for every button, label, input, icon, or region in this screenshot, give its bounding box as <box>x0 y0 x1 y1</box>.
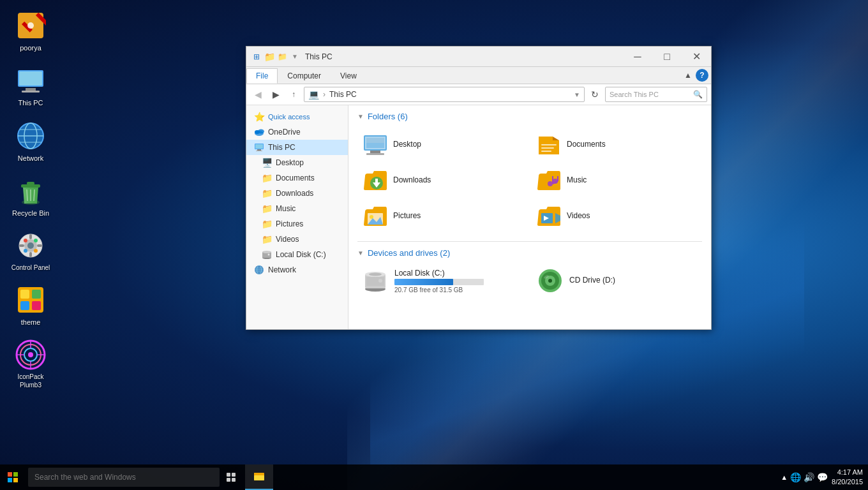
back-button[interactable]: ◀ <box>250 87 266 102</box>
svg-rect-28 <box>20 290 29 299</box>
ribbon-collapse-icon[interactable]: ▲ <box>684 71 692 80</box>
folder-item-desktop[interactable]: Desktop <box>357 128 528 161</box>
folder-icon[interactable]: 📁 <box>264 52 274 62</box>
ribbon-tabs: File Computer View ▲ ? <box>246 67 711 84</box>
sidebar-downloads-label: Downloads <box>276 189 313 198</box>
path-dropdown-icon[interactable]: ▼ <box>574 91 580 98</box>
svg-rect-54 <box>370 151 380 153</box>
folders-title-text: Folders (6) <box>368 112 408 121</box>
refresh-button[interactable]: ↻ <box>587 87 602 102</box>
desktop-icon-poorya[interactable]: poorya <box>6 6 55 56</box>
new-folder-icon[interactable]: 📁 <box>277 52 287 62</box>
sidebar-pictures-icon: 📁 <box>262 219 272 229</box>
sidebar-network-icon <box>254 265 264 275</box>
network-sys-icon[interactable]: 🌐 <box>790 472 801 482</box>
folder-item-documents[interactable]: Documents <box>531 128 702 161</box>
maximize-button[interactable]: □ <box>652 47 682 67</box>
tab-computer[interactable]: Computer <box>278 68 331 84</box>
svg-rect-40 <box>255 144 263 149</box>
folders-grid: Desktop <box>357 128 702 232</box>
window-controls: ─ □ ✕ <box>623 47 711 67</box>
up-button[interactable]: ↑ <box>286 87 301 102</box>
downloads-folder-icon <box>363 167 388 193</box>
tab-file[interactable]: File <box>246 68 278 84</box>
taskbar-app-explorer[interactable] <box>245 464 273 490</box>
sidebar-desktop-label: Desktop <box>276 158 304 167</box>
sidebar-item-desktop[interactable]: 🖥️ Desktop <box>246 155 348 170</box>
svg-rect-7 <box>22 91 40 93</box>
properties-icon[interactable]: ⊞ <box>251 52 262 62</box>
folder-item-videos[interactable]: Videos <box>531 199 702 232</box>
desktop-icon-control-panel[interactable]: Control Panel <box>6 226 55 276</box>
search-box[interactable]: Search This PC 🔍 <box>605 87 707 102</box>
taskbar-apps <box>245 464 273 490</box>
sidebar-item-pictures[interactable]: 📁 Pictures <box>246 216 348 232</box>
desktop-icon-this-pc[interactable]: This PC <box>6 61 55 111</box>
drive-item-cd-d[interactable]: CD Drive (D:) <box>532 264 702 297</box>
sidebar: ⭐ Quick access OneDrive <box>246 105 348 329</box>
taskbar-clock[interactable]: 4:17 AM 8/20/2015 <box>832 468 863 487</box>
notification-icon[interactable]: 💬 <box>817 472 828 482</box>
sidebar-network-label: Network <box>268 265 296 274</box>
chevron-up-icon[interactable]: ▲ <box>781 473 788 481</box>
explorer-body: ⭐ Quick access OneDrive <box>246 105 711 329</box>
minimize-button[interactable]: ─ <box>623 47 652 67</box>
svg-rect-60 <box>541 151 551 152</box>
desktop-folder-icon <box>363 131 388 157</box>
svg-rect-58 <box>541 144 557 145</box>
sidebar-item-music[interactable]: 📁 Music <box>246 201 348 216</box>
sidebar-item-quick-access[interactable]: ⭐ Quick access <box>246 109 348 124</box>
folder-item-pictures[interactable]: Pictures <box>357 199 528 232</box>
svg-rect-90 <box>227 473 230 477</box>
control-panel-label: Control Panel <box>11 264 50 272</box>
path-computer-icon: 💻 <box>308 89 319 100</box>
desktop-icon-network[interactable]: Network <box>6 117 55 167</box>
svg-rect-63 <box>375 179 378 184</box>
desktop-icon-iconpack[interactable]: IconPackPlumb3 <box>6 336 55 393</box>
address-path[interactable]: 💻 › This PC ▼ <box>304 87 585 102</box>
sidebar-item-documents[interactable]: 📁 Documents <box>246 170 348 186</box>
network-icon <box>15 121 46 151</box>
close-button[interactable]: ✕ <box>682 47 711 67</box>
sidebar-item-this-pc[interactable]: This PC <box>246 140 348 155</box>
svg-rect-91 <box>232 473 236 477</box>
sidebar-item-local-disk-c[interactable]: Local Disk (C:) <box>246 247 348 262</box>
this-pc-label: This PC <box>18 98 43 107</box>
sidebar-documents-icon: 📁 <box>262 173 272 183</box>
sys-icons: ▲ 🌐 🔊 💬 <box>781 472 828 482</box>
sidebar-item-downloads[interactable]: 📁 Downloads <box>246 186 348 201</box>
taskbar-search-input[interactable] <box>28 468 220 487</box>
sidebar-videos-icon: 📁 <box>262 234 272 244</box>
dropdown-arrow-icon[interactable]: ▼ <box>290 52 300 62</box>
folder-item-music[interactable]: Music <box>531 163 702 197</box>
sidebar-item-network[interactable]: Network <box>246 262 348 278</box>
sidebar-music-icon: 📁 <box>262 204 272 214</box>
tab-view[interactable]: View <box>331 68 366 84</box>
desktop-icon-theme[interactable]: theme <box>6 281 55 330</box>
desktop-icon-recycle-bin[interactable]: Recycle Bin <box>6 172 55 221</box>
sidebar-downloads-icon: 📁 <box>262 188 272 198</box>
theme-label: theme <box>21 318 41 327</box>
drive-item-local-c[interactable]: Local Disk (C:) 20.7 GB free of 31.5 GB <box>357 264 527 297</box>
music-folder-name: Music <box>567 175 587 184</box>
local-disk-c-name: Local Disk (C:) <box>394 269 522 278</box>
sidebar-item-onedrive[interactable]: OneDrive <box>246 124 348 140</box>
folder-item-downloads[interactable]: Downloads <box>357 163 528 197</box>
svg-point-84 <box>548 279 552 283</box>
svg-point-25 <box>24 249 27 253</box>
svg-rect-92 <box>227 478 230 482</box>
forward-button[interactable]: ▶ <box>268 87 283 102</box>
sidebar-item-videos[interactable]: 📁 Videos <box>246 232 348 247</box>
drives-section-title[interactable]: ▼ Devices and drives (2) <box>357 248 702 258</box>
start-button[interactable] <box>0 464 26 490</box>
task-view-button[interactable] <box>220 464 243 490</box>
svg-rect-15 <box>27 182 34 185</box>
local-disk-c-icon <box>363 268 388 293</box>
help-button[interactable]: ? <box>696 69 708 82</box>
sidebar-disk-icon <box>262 249 272 260</box>
folders-section-title[interactable]: ▼ Folders (6) <box>357 112 702 121</box>
svg-point-64 <box>548 181 553 186</box>
poorya-label: poorya <box>20 43 41 52</box>
volume-icon[interactable]: 🔊 <box>804 472 814 482</box>
svg-rect-95 <box>254 475 264 480</box>
